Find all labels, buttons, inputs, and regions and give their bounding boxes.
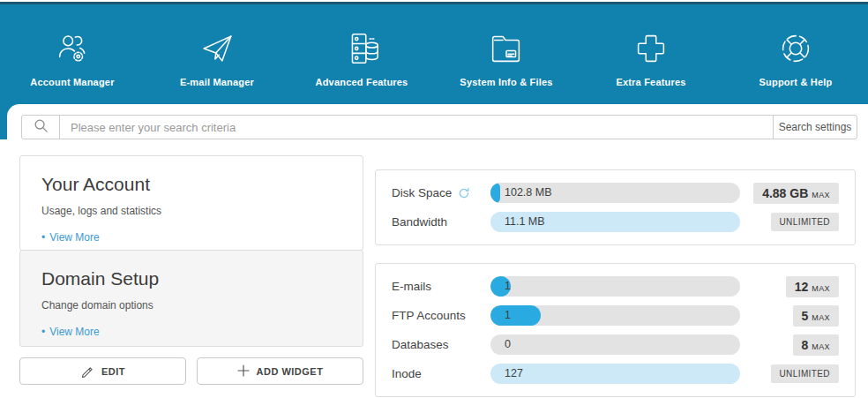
max-badge: 5MAX (793, 305, 840, 327)
nav-item-advanced-features[interactable]: Advanced Features (289, 21, 434, 87)
bar-value: 127 (490, 364, 740, 384)
disk-bandwidth-panel: Disk Space 102.8 MB 4.88 GBMAX (375, 169, 856, 245)
bandwidth-bar: 11.1 MB (490, 212, 740, 232)
bandwidth-row: Bandwidth 11.1 MB UNLIMITED (392, 207, 839, 237)
bullet: • (41, 326, 45, 338)
row-label: Bandwidth (392, 215, 490, 229)
row-label: E-mails (392, 280, 490, 293)
support-help-icon (775, 28, 816, 69)
view-more-link[interactable]: •View More (41, 231, 100, 244)
emails-bar: 1 (490, 276, 740, 297)
account-manager-icon (52, 28, 93, 69)
view-more-link[interactable]: •View More (41, 326, 100, 338)
extra-features-icon (631, 28, 671, 69)
nav-item-system-info-files[interactable]: System Info & Files (434, 21, 579, 87)
your-account-card: Your Account Usage, logs and statistics … (19, 155, 363, 251)
unlimited-badge: UNLIMITED (771, 364, 840, 383)
inode-row: Inode 127 UNLIMITED (392, 359, 839, 388)
search-band: Search settings (7, 104, 868, 139)
bar-value: 102.8 MB (490, 183, 740, 203)
inode-bar: 127 (490, 364, 740, 384)
search-settings-button[interactable]: Search settings (773, 115, 857, 139)
disk-space-row: Disk Space 102.8 MB 4.88 GBMAX (392, 178, 839, 207)
bullet: • (41, 231, 45, 244)
nav-label: Extra Features (616, 77, 685, 87)
add-widget-button[interactable]: ADD WIDGET (197, 357, 363, 385)
nav-label: E-mail Manager (180, 77, 254, 87)
view-more-label: View More (49, 326, 99, 338)
nav-item-support-help[interactable]: Support & Help (723, 21, 868, 87)
nav-label: Advanced Features (316, 77, 408, 87)
card-title: Your Account (41, 174, 341, 195)
nav-label: Account Manager (30, 77, 114, 87)
search-icon (34, 118, 49, 137)
nav-item-account-manager[interactable]: Account Manager (0, 21, 145, 87)
card-title: Domain Setup (41, 268, 341, 289)
disk-space-bar: 102.8 MB (490, 183, 740, 203)
search-settings-label: Search settings (779, 121, 852, 133)
edit-label: EDIT (101, 366, 125, 377)
email-manager-icon (197, 28, 237, 69)
pencil-icon (80, 364, 94, 379)
row-label: Inode (392, 367, 490, 380)
row-label: FTP Accounts (392, 309, 490, 322)
left-column: Your Account Usage, logs and statistics … (19, 155, 363, 397)
max-badge: 12MAX (786, 276, 839, 297)
advanced-features-icon (341, 28, 382, 69)
emails-row: E-mails 1 12MAX (392, 272, 839, 301)
account-limits-panel: E-mails 1 12MAX FTP Accounts 1 5MAX (375, 263, 856, 397)
system-info-files-icon (486, 28, 527, 69)
search-button[interactable] (21, 115, 60, 139)
max-badge: 4.88 GBMAX (753, 183, 839, 204)
bar-value: 0 (490, 334, 740, 355)
nav-item-email-manager[interactable]: E-mail Manager (145, 21, 289, 87)
main-navigation: Account Manager E-mail Manager Advanced … (0, 4, 868, 104)
right-column: Disk Space 102.8 MB 4.88 GBMAX (375, 169, 856, 397)
databases-row: Databases 0 8MAX (392, 330, 839, 359)
row-label: Disk Space (392, 186, 490, 199)
ftp-accounts-bar: 1 (490, 305, 740, 326)
dashboard-actions: EDIT ADD WIDGET (19, 357, 363, 385)
search-input[interactable] (59, 115, 774, 139)
nav-label: Support & Help (760, 77, 833, 87)
nav-item-extra-features[interactable]: Extra Features (579, 21, 723, 87)
bar-value: 11.1 MB (490, 212, 740, 232)
unlimited-badge: UNLIMITED (771, 213, 840, 231)
plus-icon (237, 364, 250, 379)
add-widget-label: ADD WIDGET (257, 366, 324, 377)
card-subtitle: Change domain options (41, 299, 341, 312)
edit-button[interactable]: EDIT (19, 357, 186, 385)
row-label: Databases (392, 338, 490, 351)
bar-value: 1 (490, 305, 740, 326)
view-more-label: View More (49, 231, 99, 244)
ftp-accounts-row: FTP Accounts 1 5MAX (392, 301, 839, 330)
search-bar: Search settings (21, 115, 857, 139)
databases-bar: 0 (490, 334, 740, 355)
max-badge: 8MAX (793, 334, 840, 356)
refresh-icon[interactable] (458, 187, 470, 199)
nav-label: System Info & Files (460, 77, 552, 87)
bar-value: 1 (490, 276, 740, 297)
card-subtitle: Usage, logs and statistics (41, 205, 341, 217)
domain-setup-card: Domain Setup Change domain options •View… (19, 250, 363, 347)
dashboard: Your Account Usage, logs and statistics … (0, 139, 868, 397)
content-corner-band: Search settings (0, 104, 868, 139)
